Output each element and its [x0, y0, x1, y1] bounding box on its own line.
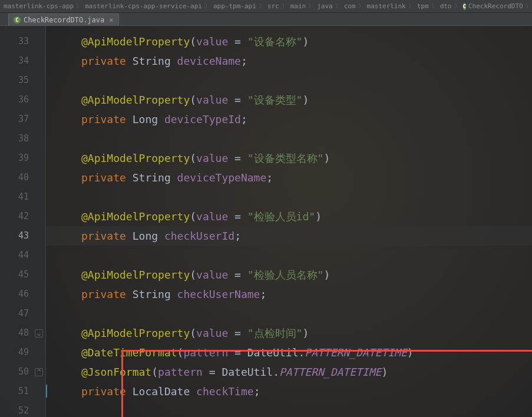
line-number[interactable]: 43	[0, 226, 45, 246]
code-area[interactable]: @ApiModelProperty(value = "设备名称") privat…	[46, 26, 532, 417]
line-number[interactable]: 52	[0, 401, 45, 417]
chevron-right-icon: 〉	[204, 2, 211, 11]
crumb[interactable]: tpm	[417, 2, 429, 10]
tab-bar: C CheckRecordDTO.java ×	[0, 13, 532, 26]
crumb[interactable]: dto	[440, 2, 452, 10]
code-line: @ApiModelProperty(value = "设备名称")	[46, 32, 532, 51]
crumb[interactable]: main	[290, 2, 306, 10]
chevron-right-icon: 〉	[76, 2, 82, 11]
line-number[interactable]: 37	[0, 110, 45, 129]
line-number[interactable]: 42	[0, 207, 45, 226]
line-number[interactable]: 36	[0, 90, 45, 110]
crumb[interactable]: com	[344, 2, 356, 10]
code-line: @ApiModelProperty(value = "设备类型名称")	[46, 148, 532, 168]
code-line	[46, 129, 532, 148]
line-number[interactable]: 50⌃	[0, 362, 45, 382]
close-icon[interactable]: ×	[109, 16, 113, 24]
crumb[interactable]: masterlink	[367, 2, 406, 10]
crumb[interactable]: masterlink-cps-app	[4, 2, 74, 10]
line-number[interactable]: 48⌄	[0, 323, 45, 343]
chevron-right-icon: 〉	[408, 2, 415, 11]
fold-close-icon[interactable]: ⌃	[35, 368, 43, 376]
chevron-right-icon: 〉	[282, 2, 288, 11]
code-line: private LocalDate checkTime;	[46, 382, 532, 401]
line-number[interactable]: 47	[0, 304, 45, 323]
class-icon: C	[14, 16, 21, 24]
code-line	[46, 71, 532, 90]
code-line: private Long checkUserId;	[46, 226, 532, 246]
editor-tab[interactable]: C CheckRecordDTO.java ×	[8, 14, 119, 25]
code-line	[46, 401, 532, 417]
code-line: @ApiModelProperty(value = "检验人员id")	[46, 207, 532, 226]
chevron-right-icon: 〉	[454, 2, 461, 11]
chevron-right-icon: 〉	[308, 2, 315, 11]
chevron-right-icon: 〉	[526, 2, 532, 11]
chevron-right-icon: 〉	[335, 2, 342, 11]
crumb[interactable]: masterlink-cps-app-service-api	[85, 2, 202, 10]
fold-open-icon[interactable]: ⌄	[35, 329, 43, 337]
line-number[interactable]: 40	[0, 168, 45, 187]
code-line: private String deviceName;	[46, 51, 532, 71]
code-line: private String deviceTypeName;	[46, 168, 532, 187]
chevron-right-icon: 〉	[358, 2, 365, 11]
tab-filename: CheckRecordDTO.java	[24, 16, 104, 24]
line-number[interactable]: 34	[0, 51, 45, 71]
breadcrumb[interactable]: masterlink-cps-app〉 masterlink-cps-app-s…	[0, 0, 532, 13]
code-line	[46, 304, 532, 323]
code-line	[46, 246, 532, 265]
class-icon: C	[463, 3, 466, 10]
code-line: private Long deviceTypeId;	[46, 110, 532, 129]
line-number[interactable]: 33	[0, 32, 45, 51]
line-number[interactable]: 46	[0, 284, 45, 304]
crumb-class[interactable]: CheckRecordDTO	[468, 2, 523, 10]
code-line: @JsonFormat(pattern = DateUtil.PATTERN_D…	[46, 362, 532, 382]
code-line: @ApiModelProperty(value = "点检时间")	[46, 323, 532, 343]
code-line: @ApiModelProperty(value = "检验人员名称")	[46, 265, 532, 284]
code-line	[46, 187, 532, 207]
line-number[interactable]: 49	[0, 343, 45, 362]
crumb[interactable]: app-tpm-api	[213, 2, 256, 10]
chevron-right-icon: 〉	[431, 2, 438, 11]
line-number[interactable]: 38	[0, 129, 45, 148]
crumb[interactable]: src	[267, 2, 279, 10]
line-number[interactable]: 45	[0, 265, 45, 284]
chevron-right-icon: 〉	[259, 2, 265, 11]
line-number[interactable]: 51	[0, 382, 45, 401]
line-number[interactable]: 39	[0, 148, 45, 168]
line-number[interactable]: 35	[0, 71, 45, 90]
line-number[interactable]: 41	[0, 187, 45, 207]
code-line: private String checkUserName;	[46, 284, 532, 304]
code-line: @DateTimeFormat(pattern = DateUtil.PATTE…	[46, 343, 532, 362]
crumb[interactable]: java	[317, 2, 333, 10]
line-gutter[interactable]: 33343536373839404142434445464748⌄4950⌃51…	[0, 26, 46, 417]
code-line: @ApiModelProperty(value = "设备类型")	[46, 90, 532, 110]
code-editor[interactable]: 33343536373839404142434445464748⌄4950⌃51…	[0, 26, 532, 417]
line-number[interactable]: 44	[0, 246, 45, 265]
